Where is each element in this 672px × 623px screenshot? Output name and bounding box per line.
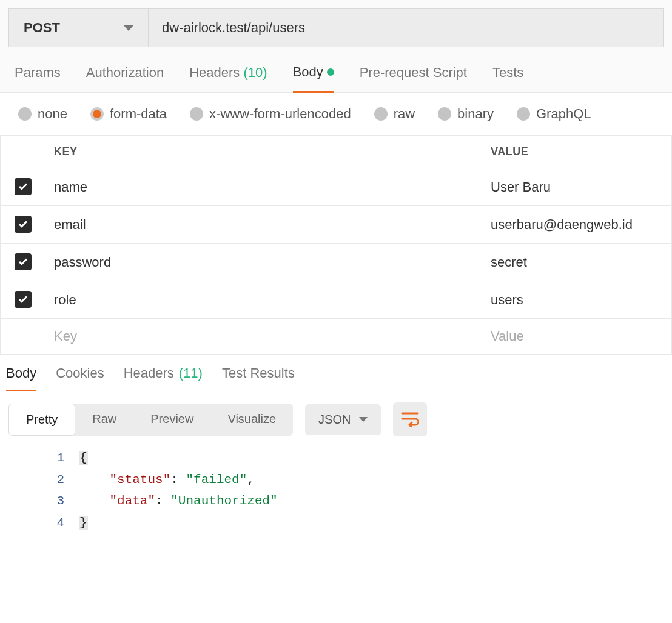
response-toolbar: Pretty Raw Preview Visualize JSON xyxy=(0,391,672,447)
value-column-header: VALUE xyxy=(482,136,672,168)
table-row xyxy=(1,244,672,281)
checkbox-header xyxy=(1,136,45,168)
resp-tab-test-results[interactable]: Test Results xyxy=(222,365,295,391)
check-icon xyxy=(18,256,29,267)
wrap-lines-button[interactable] xyxy=(393,402,427,436)
resp-tab-headers[interactable]: Headers (11) xyxy=(124,365,203,391)
http-method-select[interactable]: POST xyxy=(8,8,148,47)
body-type-urlencoded-label: x-www-form-urlencoded xyxy=(209,106,351,122)
radio-icon xyxy=(18,107,32,121)
json-string: "Unauthorized" xyxy=(170,494,277,508)
response-language-value: JSON xyxy=(318,413,351,427)
body-type-graphql-label: GraphQL xyxy=(536,106,591,122)
json-brace: { xyxy=(79,451,88,465)
line-number: 2 xyxy=(0,469,64,491)
body-type-urlencoded[interactable]: x-www-form-urlencoded xyxy=(190,106,351,122)
request-tabs: Params Authorization Headers (10) Body P… xyxy=(0,47,672,93)
resp-tab-cookies[interactable]: Cookies xyxy=(56,365,104,391)
key-column-header: KEY xyxy=(45,136,482,168)
body-type-binary[interactable]: binary xyxy=(438,106,494,122)
table-row xyxy=(1,168,672,206)
view-mode-visualize[interactable]: Visualize xyxy=(210,404,293,436)
check-icon xyxy=(18,181,29,192)
body-type-graphql[interactable]: GraphQL xyxy=(517,106,591,122)
key-input[interactable] xyxy=(54,292,473,308)
response-body-editor[interactable]: 1 2 3 4 { "status": "failed", "data": "U… xyxy=(0,447,672,534)
table-row xyxy=(1,206,672,244)
value-input[interactable] xyxy=(491,255,663,270)
tab-headers-label: Headers xyxy=(189,65,240,81)
resp-tab-headers-count: (11) xyxy=(179,365,203,382)
tab-body-label: Body xyxy=(293,64,323,80)
json-key: "status" xyxy=(109,473,170,487)
http-method-value: POST xyxy=(24,20,60,36)
body-indicator-dot xyxy=(327,68,334,76)
line-number: 3 xyxy=(0,490,64,512)
key-input[interactable] xyxy=(54,217,473,233)
tab-params[interactable]: Params xyxy=(15,64,61,92)
body-type-none-label: none xyxy=(38,106,67,122)
view-mode-pretty[interactable]: Pretty xyxy=(8,404,75,436)
tab-headers[interactable]: Headers (10) xyxy=(189,64,267,92)
tab-body[interactable]: Body xyxy=(293,64,334,93)
key-input[interactable] xyxy=(54,179,473,195)
check-icon xyxy=(18,294,29,305)
key-input[interactable] xyxy=(54,255,473,270)
code-content: { "status": "failed", "data": "Unauthori… xyxy=(79,447,672,534)
response-tabs: Body Cookies Headers (11) Test Results xyxy=(0,355,672,391)
radio-icon xyxy=(374,107,388,121)
line-number-gutter: 1 2 3 4 xyxy=(0,447,79,534)
wrap-lines-icon xyxy=(401,411,419,427)
row-checkbox[interactable] xyxy=(15,178,32,195)
radio-icon xyxy=(517,107,530,121)
radio-icon xyxy=(438,107,451,121)
row-checkbox[interactable] xyxy=(15,216,32,233)
body-type-raw-label: raw xyxy=(394,106,415,122)
value-input[interactable] xyxy=(491,217,663,233)
json-brace: } xyxy=(79,516,88,530)
body-type-raw[interactable]: raw xyxy=(374,106,415,122)
tab-pre-request-script[interactable]: Pre-request Script xyxy=(360,64,467,92)
table-row-empty xyxy=(1,319,672,355)
tab-tests[interactable]: Tests xyxy=(492,64,523,92)
response-language-select[interactable]: JSON xyxy=(305,404,381,435)
tab-headers-count: (10) xyxy=(243,65,267,81)
table-row xyxy=(1,281,672,319)
chevron-down-icon xyxy=(124,25,133,31)
line-number: 1 xyxy=(0,447,64,469)
row-checkbox[interactable] xyxy=(15,253,32,270)
body-type-form-data[interactable]: form-data xyxy=(90,106,167,122)
row-checkbox[interactable] xyxy=(15,291,32,308)
chevron-down-icon xyxy=(359,417,368,422)
tab-authorization[interactable]: Authorization xyxy=(86,64,164,92)
line-number: 4 xyxy=(0,512,64,534)
key-input-empty[interactable] xyxy=(54,328,473,344)
radio-icon xyxy=(190,107,203,121)
value-input[interactable] xyxy=(491,179,663,195)
resp-tab-headers-label: Headers xyxy=(124,365,174,382)
body-type-binary-label: binary xyxy=(457,106,494,122)
value-input-empty[interactable] xyxy=(491,328,663,344)
request-url-input[interactable] xyxy=(148,8,664,47)
json-key: "data" xyxy=(109,494,155,508)
json-string: "failed" xyxy=(186,473,247,487)
radio-icon-selected xyxy=(90,107,104,121)
check-icon xyxy=(18,219,29,230)
body-type-form-data-label: form-data xyxy=(110,106,167,122)
resp-tab-body[interactable]: Body xyxy=(6,365,36,391)
body-type-none[interactable]: none xyxy=(18,106,67,122)
view-mode-raw[interactable]: Raw xyxy=(75,404,133,436)
form-data-table: KEY VALUE xyxy=(0,135,672,355)
body-type-selector: none form-data x-www-form-urlencoded raw… xyxy=(0,93,672,135)
value-input[interactable] xyxy=(491,292,663,308)
view-mode-group: Pretty Raw Preview Visualize xyxy=(8,404,293,436)
view-mode-preview[interactable]: Preview xyxy=(133,404,210,436)
